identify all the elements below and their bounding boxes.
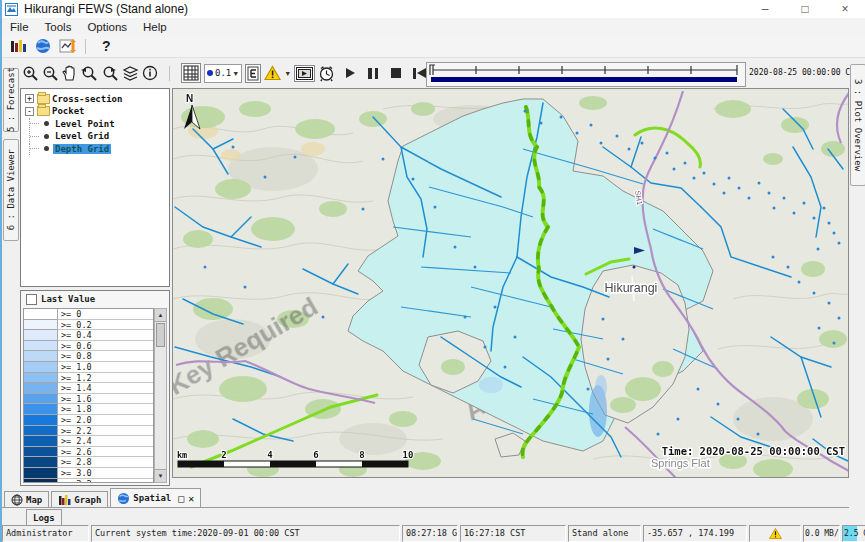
tree-item-label[interactable]: Level Grid (53, 131, 111, 141)
legend-row[interactable]: >= 3.2 (24, 479, 153, 484)
menu-tools[interactable]: Tools (37, 21, 80, 33)
tree-item-label[interactable]: Cross-section (50, 94, 124, 104)
svg-text:6: 6 (313, 450, 318, 460)
legend-swatch (24, 341, 58, 352)
timeline-datetime: 2020-08-25 00:00:00 CST (749, 68, 860, 77)
tree-item-label[interactable]: Pocket (50, 106, 87, 116)
map-toolbar: 0.1 ▼ ▼ (2, 57, 865, 89)
last-value-checkbox[interactable] (26, 294, 37, 305)
zoom-next-icon[interactable] (101, 65, 119, 82)
map-display-icon[interactable] (35, 38, 51, 54)
pause-button[interactable] (368, 68, 378, 79)
tree-item-cross-section[interactable]: + Cross-section (21, 93, 169, 105)
legend-row[interactable]: >= 1.8 (24, 404, 153, 415)
legend-swatch (24, 362, 58, 373)
close-button[interactable]: × (825, 0, 865, 18)
legend-row[interactable]: >= 1.0 (24, 362, 153, 373)
tab-graph[interactable]: Graph (51, 491, 108, 507)
tree-item-level-grid[interactable]: Level Grid (21, 131, 169, 143)
legend-swatch (24, 320, 58, 331)
tree-item-depth-grid[interactable]: Depth Grid (21, 143, 169, 155)
tab-plot-overview[interactable]: 3 : Plot Overview (850, 64, 865, 186)
legend-row[interactable]: >= 2.0 (24, 415, 153, 426)
skip-to-start-button[interactable] (413, 68, 426, 79)
minimize-button[interactable]: – (745, 0, 785, 18)
legend-swatch (24, 426, 58, 437)
scroll-down-icon[interactable]: ▼ (155, 469, 166, 482)
spatial-display-icon[interactable] (59, 38, 77, 54)
legend-row[interactable]: >= 2.2 (24, 426, 153, 437)
legend-row[interactable]: >= 0.2 (24, 320, 153, 331)
stop-button[interactable] (391, 68, 401, 78)
layers-icon[interactable] (122, 65, 139, 81)
tab-logs[interactable]: Logs (26, 509, 62, 525)
legend-row[interactable]: >= 3.0 (24, 468, 153, 479)
status-user: Administrator (2, 525, 89, 542)
tab-spatial[interactable]: Spatial □ ✕ (110, 488, 201, 507)
legend-swatch (24, 457, 58, 468)
legend-row[interactable]: >= 2.6 (24, 447, 153, 458)
timeline-slider[interactable] (426, 62, 746, 87)
status-download-rate: 0.0 MB/s (803, 525, 840, 542)
maximize-button[interactable]: □ (785, 0, 825, 18)
legend-row[interactable]: >= 1.2 (24, 373, 153, 384)
contour-interval-dropdown[interactable]: 0.1 ▼ (204, 64, 242, 83)
status-system-time: Current system time:2020-09-01 00:00 CST (91, 525, 400, 542)
legend-row[interactable]: >= 0.6 (24, 341, 153, 352)
tree-item-pocket[interactable]: - Pocket (21, 106, 169, 118)
grid-display-icon[interactable] (181, 63, 201, 83)
animation-movie-icon[interactable] (294, 65, 315, 82)
tab-data-viewer[interactable]: 6 : Data Viewer (3, 139, 19, 241)
zoom-out-icon[interactable] (42, 65, 59, 82)
expand-icon[interactable]: + (25, 94, 34, 103)
legend-row[interactable]: >= 0 (24, 309, 153, 320)
scroll-thumb[interactable] (156, 323, 165, 347)
tab-graph-label: Graph (74, 495, 101, 505)
svg-text:10: 10 (403, 450, 414, 460)
tree-item-label[interactable]: Level Point (53, 119, 117, 129)
info-icon[interactable] (142, 65, 158, 81)
legend-swatch (24, 309, 58, 320)
thresholds-warning-dropdown[interactable]: ▼ (264, 65, 291, 82)
legend-row[interactable]: >= 1.4 (24, 383, 153, 394)
logs-tab-bar: Logs (2, 507, 849, 526)
animation-timer-icon[interactable] (318, 65, 335, 82)
legend-scrollbar[interactable]: ▲ ▼ (154, 308, 167, 483)
legend-swatch (24, 351, 58, 362)
tab-close-icon[interactable]: ✕ (188, 493, 194, 504)
menu-options[interactable]: Options (79, 21, 135, 33)
legend-row[interactable]: >= 1.6 (24, 394, 153, 405)
legend-swatch (24, 383, 58, 394)
legend-row[interactable]: >= 0.8 (24, 351, 153, 362)
legend-swatch (24, 479, 58, 484)
legend-swatch (24, 373, 58, 384)
legend-row[interactable]: >= 2.4 (24, 436, 153, 447)
map-view[interactable]: API Key Required API Key Required (172, 88, 849, 478)
legend-row[interactable]: >= 2.8 (24, 457, 153, 468)
help-button[interactable]: ? (102, 38, 111, 54)
menu-help[interactable]: Help (135, 21, 175, 33)
zoom-previous-icon[interactable] (80, 65, 98, 82)
scroll-up-icon[interactable]: ▲ (155, 309, 166, 322)
status-memory: 2.5 GB (842, 525, 865, 542)
legend-row[interactable]: >= 0.4 (24, 330, 153, 341)
legend-label: >= 2.4 (58, 436, 153, 447)
tab-maximize-icon[interactable]: □ (178, 493, 184, 504)
tree-connector (29, 118, 44, 130)
scalebar-toggle-icon[interactable] (245, 64, 261, 83)
status-warning-cell[interactable] (749, 525, 801, 542)
legend-swatch (24, 394, 58, 405)
pan-hand-icon[interactable] (62, 65, 77, 81)
legend-label: >= 1.4 (58, 383, 153, 394)
tree-item-label-selected[interactable]: Depth Grid (53, 144, 111, 154)
status-local-time: 16:27:18 CST (460, 525, 566, 542)
collapse-icon[interactable]: - (25, 107, 34, 116)
menu-file[interactable]: File (2, 21, 37, 33)
tree-item-level-point[interactable]: Level Point (21, 118, 169, 130)
zoom-in-icon[interactable] (22, 65, 39, 82)
tab-map[interactable]: Map (4, 491, 49, 507)
tab-logs-label: Logs (33, 513, 55, 523)
play-button[interactable] (346, 68, 355, 78)
tab-forecast[interactable]: 5 : Forecast (3, 68, 19, 132)
database-display-icon[interactable] (10, 38, 27, 54)
